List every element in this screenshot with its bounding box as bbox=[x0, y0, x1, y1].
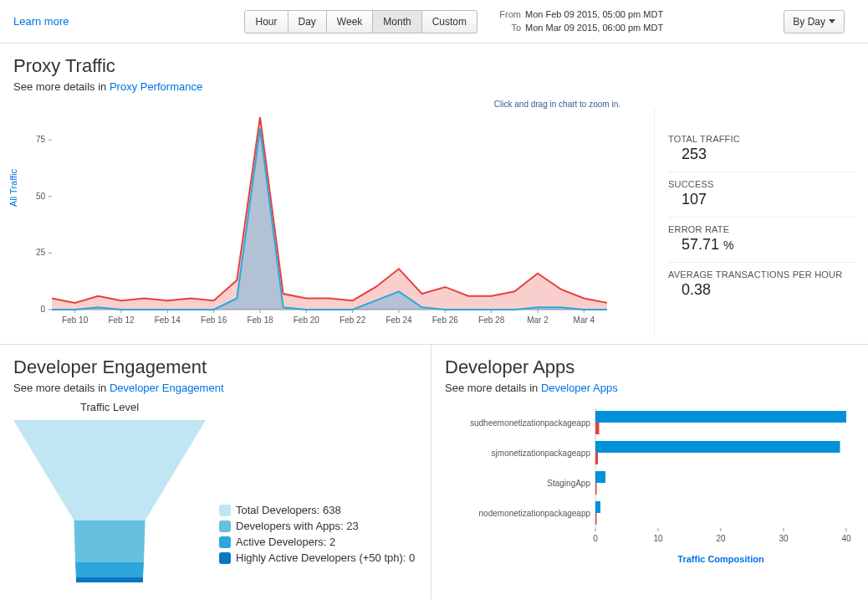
svg-text:25: 25 bbox=[36, 248, 46, 257]
funnel-title: Traffic Level bbox=[13, 401, 206, 413]
date-range: From Mon Feb 09 2015, 05:00 pm MDT To Mo… bbox=[494, 8, 663, 34]
engagement-subhead: See more details in Developer Engagement bbox=[13, 382, 417, 394]
svg-text:Feb 24: Feb 24 bbox=[385, 315, 412, 325]
proxy-traffic-section: Proxy Traffic See more details in Proxy … bbox=[0, 44, 868, 344]
time-tab-week[interactable]: Week bbox=[326, 10, 373, 33]
to-date: Mon Mar 09 2015, 06:00 pm MDT bbox=[525, 23, 663, 33]
svg-text:0: 0 bbox=[593, 534, 598, 543]
svg-text:Mar 4: Mar 4 bbox=[574, 315, 595, 325]
time-tab-day[interactable]: Day bbox=[288, 10, 327, 33]
legend-item: Highly Active Developers (+50 tph): 0 bbox=[219, 551, 415, 564]
legend-item: Total Developers: 638 bbox=[219, 504, 415, 516]
proxy-chart[interactable]: All Traffic 0255075Feb 10Feb 12Feb 14Feb… bbox=[13, 109, 637, 337]
to-label: To bbox=[494, 22, 521, 34]
time-range-tabs: HourDayWeekMonthCustom bbox=[244, 10, 477, 33]
bottom-row: Developer Engagement See more details in… bbox=[0, 344, 868, 599]
svg-text:20: 20 bbox=[716, 534, 726, 543]
chevron-down-icon bbox=[829, 19, 835, 23]
svg-text:10: 10 bbox=[653, 534, 663, 543]
svg-rect-57 bbox=[595, 501, 600, 513]
proxy-subhead: See more details in Proxy Performance bbox=[13, 80, 855, 93]
stat-success: SUCCESS107 bbox=[668, 172, 855, 217]
apps-link[interactable]: Developer Apps bbox=[541, 382, 618, 394]
svg-rect-58 bbox=[595, 513, 597, 525]
developer-engagement-section: Developer Engagement See more details in… bbox=[0, 345, 431, 599]
apps-subhead: See more details in Developer Apps bbox=[445, 382, 855, 394]
svg-text:Feb 28: Feb 28 bbox=[478, 315, 505, 325]
top-bar: Learn more HourDayWeekMonthCustom From M… bbox=[0, 0, 868, 44]
learn-more-link[interactable]: Learn more bbox=[13, 15, 69, 28]
svg-rect-48 bbox=[595, 411, 846, 423]
engagement-link[interactable]: Developer Engagement bbox=[110, 382, 224, 394]
svg-marker-35 bbox=[75, 562, 144, 577]
engagement-title: Developer Engagement bbox=[13, 356, 417, 378]
svg-text:Feb 16: Feb 16 bbox=[201, 315, 227, 325]
svg-text:Feb 12: Feb 12 bbox=[108, 315, 135, 325]
apps-title: Developer Apps bbox=[445, 356, 855, 378]
time-tab-hour[interactable]: Hour bbox=[244, 10, 288, 33]
legend-swatch-icon bbox=[219, 552, 231, 564]
svg-text:nodemonetizationpackageapp: nodemonetizationpackageapp bbox=[479, 509, 591, 518]
svg-text:Feb 26: Feb 26 bbox=[432, 315, 459, 325]
legend-item: Developers with Apps: 23 bbox=[219, 520, 415, 532]
svg-rect-55 bbox=[595, 483, 597, 495]
legend-item: Active Developers: 2 bbox=[219, 536, 415, 548]
stat-total-traffic: TOTAL TRAFFIC253 bbox=[668, 127, 855, 172]
time-tab-custom[interactable]: Custom bbox=[421, 10, 477, 33]
svg-text:Mar 2: Mar 2 bbox=[527, 315, 549, 325]
zoom-hint: Click and drag in chart to zoom in. bbox=[13, 100, 620, 109]
stat-average-transactions-per-hour: AVERAGE TRANSACTIONS PER HOUR0.38 bbox=[668, 262, 855, 307]
svg-text:Feb 20: Feb 20 bbox=[294, 315, 320, 325]
by-day-label: By Day bbox=[793, 16, 825, 28]
svg-rect-49 bbox=[595, 423, 600, 434]
svg-text:Feb 10: Feb 10 bbox=[62, 315, 89, 325]
svg-rect-52 bbox=[595, 453, 598, 464]
svg-text:StagingApp: StagingApp bbox=[547, 479, 590, 488]
from-label: From bbox=[494, 8, 521, 21]
svg-marker-36 bbox=[76, 577, 143, 582]
legend-swatch-icon bbox=[219, 521, 231, 532]
time-tab-month[interactable]: Month bbox=[372, 10, 421, 33]
funnel-chart[interactable] bbox=[13, 420, 206, 587]
svg-text:sudheemonetizationpackageapp: sudheemonetizationpackageapp bbox=[470, 418, 590, 428]
proxy-title: Proxy Traffic bbox=[13, 55, 855, 77]
svg-marker-34 bbox=[74, 521, 146, 562]
svg-text:0: 0 bbox=[40, 305, 45, 314]
svg-rect-54 bbox=[595, 471, 605, 483]
apps-x-label: Traffic Composition bbox=[587, 554, 855, 564]
by-day-dropdown[interactable]: By Day bbox=[784, 10, 845, 33]
proxy-performance-link[interactable]: Proxy Performance bbox=[110, 80, 202, 93]
apps-chart[interactable]: 010203040sudheemonetizationpackageappsjm… bbox=[445, 401, 855, 551]
svg-text:30: 30 bbox=[779, 534, 789, 543]
svg-text:Feb 18: Feb 18 bbox=[247, 315, 273, 325]
y-axis-label: All Traffic bbox=[8, 168, 18, 206]
svg-text:Feb 22: Feb 22 bbox=[340, 315, 366, 325]
svg-rect-51 bbox=[595, 441, 840, 453]
svg-text:Feb 14: Feb 14 bbox=[155, 315, 181, 325]
from-date: Mon Feb 09 2015, 05:00 pm MDT bbox=[525, 9, 663, 19]
svg-text:50: 50 bbox=[36, 192, 46, 201]
funnel-legend: Total Developers: 638Developers with App… bbox=[219, 504, 415, 567]
svg-text:75: 75 bbox=[36, 135, 46, 144]
developer-apps-section: Developer Apps See more details in Devel… bbox=[431, 345, 868, 599]
legend-swatch-icon bbox=[219, 536, 231, 548]
svg-text:sjmonetizationpackageapp: sjmonetizationpackageapp bbox=[492, 449, 591, 458]
legend-swatch-icon bbox=[219, 505, 231, 516]
proxy-stats: TOTAL TRAFFIC253SUCCESS107ERROR RATE57.7… bbox=[654, 109, 855, 337]
svg-marker-33 bbox=[13, 420, 206, 521]
stat-error-rate: ERROR RATE57.71 % bbox=[668, 217, 855, 262]
svg-text:40: 40 bbox=[841, 534, 851, 543]
